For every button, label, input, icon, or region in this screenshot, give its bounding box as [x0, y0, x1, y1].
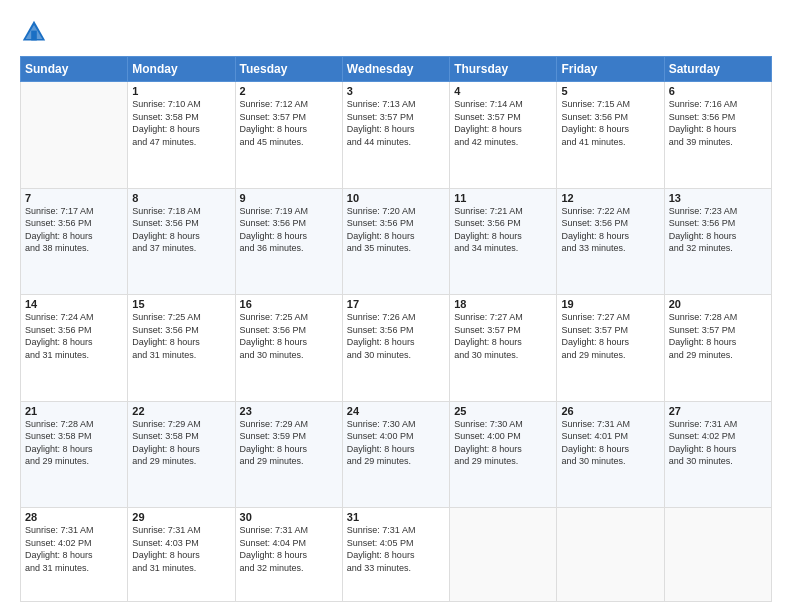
day-info: Sunrise: 7:29 AM Sunset: 3:58 PM Dayligh…: [132, 418, 230, 468]
day-number: 20: [669, 298, 767, 310]
calendar-cell: 20Sunrise: 7:28 AM Sunset: 3:57 PM Dayli…: [664, 295, 771, 402]
calendar-cell: 19Sunrise: 7:27 AM Sunset: 3:57 PM Dayli…: [557, 295, 664, 402]
day-info: Sunrise: 7:31 AM Sunset: 4:02 PM Dayligh…: [25, 524, 123, 574]
day-info: Sunrise: 7:19 AM Sunset: 3:56 PM Dayligh…: [240, 205, 338, 255]
day-info: Sunrise: 7:31 AM Sunset: 4:05 PM Dayligh…: [347, 524, 445, 574]
calendar-cell: 10Sunrise: 7:20 AM Sunset: 3:56 PM Dayli…: [342, 188, 449, 295]
day-info: Sunrise: 7:26 AM Sunset: 3:56 PM Dayligh…: [347, 311, 445, 361]
day-info: Sunrise: 7:31 AM Sunset: 4:03 PM Dayligh…: [132, 524, 230, 574]
day-info: Sunrise: 7:27 AM Sunset: 3:57 PM Dayligh…: [454, 311, 552, 361]
day-number: 17: [347, 298, 445, 310]
page: SundayMondayTuesdayWednesdayThursdayFrid…: [0, 0, 792, 612]
day-number: 29: [132, 511, 230, 523]
day-number: 1: [132, 85, 230, 97]
calendar-cell: 1Sunrise: 7:10 AM Sunset: 3:58 PM Daylig…: [128, 82, 235, 189]
calendar-week-row: 21Sunrise: 7:28 AM Sunset: 3:58 PM Dayli…: [21, 401, 772, 508]
day-number: 25: [454, 405, 552, 417]
day-info: Sunrise: 7:31 AM Sunset: 4:01 PM Dayligh…: [561, 418, 659, 468]
day-info: Sunrise: 7:15 AM Sunset: 3:56 PM Dayligh…: [561, 98, 659, 148]
day-info: Sunrise: 7:10 AM Sunset: 3:58 PM Dayligh…: [132, 98, 230, 148]
day-number: 31: [347, 511, 445, 523]
calendar-cell: 11Sunrise: 7:21 AM Sunset: 3:56 PM Dayli…: [450, 188, 557, 295]
day-number: 23: [240, 405, 338, 417]
calendar-cell: 2Sunrise: 7:12 AM Sunset: 3:57 PM Daylig…: [235, 82, 342, 189]
day-info: Sunrise: 7:28 AM Sunset: 3:58 PM Dayligh…: [25, 418, 123, 468]
day-number: 15: [132, 298, 230, 310]
weekday-header-thursday: Thursday: [450, 57, 557, 82]
weekday-header-sunday: Sunday: [21, 57, 128, 82]
day-number: 13: [669, 192, 767, 204]
day-number: 3: [347, 85, 445, 97]
day-info: Sunrise: 7:16 AM Sunset: 3:56 PM Dayligh…: [669, 98, 767, 148]
day-number: 5: [561, 85, 659, 97]
day-number: 30: [240, 511, 338, 523]
day-number: 16: [240, 298, 338, 310]
calendar-cell: 5Sunrise: 7:15 AM Sunset: 3:56 PM Daylig…: [557, 82, 664, 189]
calendar-cell: 29Sunrise: 7:31 AM Sunset: 4:03 PM Dayli…: [128, 508, 235, 602]
day-number: 18: [454, 298, 552, 310]
day-info: Sunrise: 7:23 AM Sunset: 3:56 PM Dayligh…: [669, 205, 767, 255]
calendar-cell: 14Sunrise: 7:24 AM Sunset: 3:56 PM Dayli…: [21, 295, 128, 402]
calendar-cell: 7Sunrise: 7:17 AM Sunset: 3:56 PM Daylig…: [21, 188, 128, 295]
day-info: Sunrise: 7:21 AM Sunset: 3:56 PM Dayligh…: [454, 205, 552, 255]
day-info: Sunrise: 7:25 AM Sunset: 3:56 PM Dayligh…: [240, 311, 338, 361]
calendar-cell: [557, 508, 664, 602]
day-number: 4: [454, 85, 552, 97]
weekday-header-wednesday: Wednesday: [342, 57, 449, 82]
day-number: 14: [25, 298, 123, 310]
day-info: Sunrise: 7:31 AM Sunset: 4:04 PM Dayligh…: [240, 524, 338, 574]
day-number: 8: [132, 192, 230, 204]
calendar-cell: 28Sunrise: 7:31 AM Sunset: 4:02 PM Dayli…: [21, 508, 128, 602]
day-info: Sunrise: 7:31 AM Sunset: 4:02 PM Dayligh…: [669, 418, 767, 468]
calendar-cell: 16Sunrise: 7:25 AM Sunset: 3:56 PM Dayli…: [235, 295, 342, 402]
day-info: Sunrise: 7:12 AM Sunset: 3:57 PM Dayligh…: [240, 98, 338, 148]
day-info: Sunrise: 7:17 AM Sunset: 3:56 PM Dayligh…: [25, 205, 123, 255]
calendar-cell: 8Sunrise: 7:18 AM Sunset: 3:56 PM Daylig…: [128, 188, 235, 295]
calendar-cell: 24Sunrise: 7:30 AM Sunset: 4:00 PM Dayli…: [342, 401, 449, 508]
calendar-cell: 4Sunrise: 7:14 AM Sunset: 3:57 PM Daylig…: [450, 82, 557, 189]
weekday-header-tuesday: Tuesday: [235, 57, 342, 82]
day-number: 26: [561, 405, 659, 417]
calendar-cell: [21, 82, 128, 189]
calendar-cell: 21Sunrise: 7:28 AM Sunset: 3:58 PM Dayli…: [21, 401, 128, 508]
day-number: 9: [240, 192, 338, 204]
day-number: 27: [669, 405, 767, 417]
calendar-cell: 30Sunrise: 7:31 AM Sunset: 4:04 PM Dayli…: [235, 508, 342, 602]
calendar-week-row: 1Sunrise: 7:10 AM Sunset: 3:58 PM Daylig…: [21, 82, 772, 189]
day-info: Sunrise: 7:14 AM Sunset: 3:57 PM Dayligh…: [454, 98, 552, 148]
day-info: Sunrise: 7:30 AM Sunset: 4:00 PM Dayligh…: [454, 418, 552, 468]
day-info: Sunrise: 7:25 AM Sunset: 3:56 PM Dayligh…: [132, 311, 230, 361]
day-info: Sunrise: 7:29 AM Sunset: 3:59 PM Dayligh…: [240, 418, 338, 468]
day-number: 12: [561, 192, 659, 204]
calendar-cell: 9Sunrise: 7:19 AM Sunset: 3:56 PM Daylig…: [235, 188, 342, 295]
calendar-cell: 26Sunrise: 7:31 AM Sunset: 4:01 PM Dayli…: [557, 401, 664, 508]
calendar-cell: [450, 508, 557, 602]
calendar-cell: 12Sunrise: 7:22 AM Sunset: 3:56 PM Dayli…: [557, 188, 664, 295]
calendar-cell: 27Sunrise: 7:31 AM Sunset: 4:02 PM Dayli…: [664, 401, 771, 508]
calendar-cell: 23Sunrise: 7:29 AM Sunset: 3:59 PM Dayli…: [235, 401, 342, 508]
day-number: 11: [454, 192, 552, 204]
day-number: 10: [347, 192, 445, 204]
calendar-cell: 25Sunrise: 7:30 AM Sunset: 4:00 PM Dayli…: [450, 401, 557, 508]
calendar-week-row: 7Sunrise: 7:17 AM Sunset: 3:56 PM Daylig…: [21, 188, 772, 295]
calendar-cell: 6Sunrise: 7:16 AM Sunset: 3:56 PM Daylig…: [664, 82, 771, 189]
calendar-cell: 31Sunrise: 7:31 AM Sunset: 4:05 PM Dayli…: [342, 508, 449, 602]
calendar-cell: 13Sunrise: 7:23 AM Sunset: 3:56 PM Dayli…: [664, 188, 771, 295]
calendar-cell: 3Sunrise: 7:13 AM Sunset: 3:57 PM Daylig…: [342, 82, 449, 189]
calendar-cell: [664, 508, 771, 602]
day-number: 19: [561, 298, 659, 310]
logo: [20, 18, 51, 46]
day-number: 6: [669, 85, 767, 97]
calendar-week-row: 14Sunrise: 7:24 AM Sunset: 3:56 PM Dayli…: [21, 295, 772, 402]
day-number: 7: [25, 192, 123, 204]
calendar-table: SundayMondayTuesdayWednesdayThursdayFrid…: [20, 56, 772, 602]
weekday-header-row: SundayMondayTuesdayWednesdayThursdayFrid…: [21, 57, 772, 82]
day-info: Sunrise: 7:28 AM Sunset: 3:57 PM Dayligh…: [669, 311, 767, 361]
day-number: 2: [240, 85, 338, 97]
day-info: Sunrise: 7:22 AM Sunset: 3:56 PM Dayligh…: [561, 205, 659, 255]
weekday-header-saturday: Saturday: [664, 57, 771, 82]
header: [20, 18, 772, 46]
day-info: Sunrise: 7:24 AM Sunset: 3:56 PM Dayligh…: [25, 311, 123, 361]
calendar-cell: 17Sunrise: 7:26 AM Sunset: 3:56 PM Dayli…: [342, 295, 449, 402]
calendar-cell: 22Sunrise: 7:29 AM Sunset: 3:58 PM Dayli…: [128, 401, 235, 508]
